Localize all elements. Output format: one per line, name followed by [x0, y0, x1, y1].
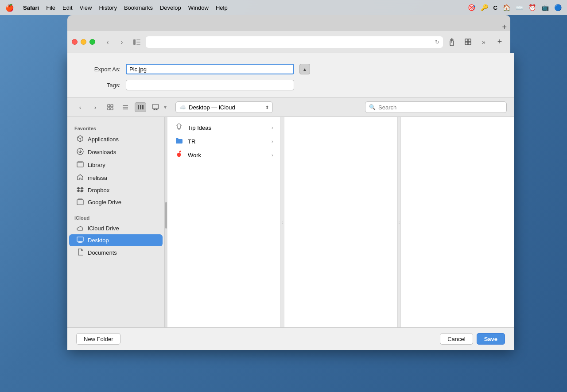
new-folder-button[interactable]: New Folder — [76, 333, 120, 345]
sidebar-scrollbar-thumb[interactable] — [165, 202, 167, 229]
gallery-view-button[interactable] — [150, 102, 161, 112]
svg-rect-27 — [77, 162, 83, 167]
svg-rect-18 — [142, 105, 144, 109]
downloads-icon — [76, 148, 84, 156]
column-divider-2[interactable]: ⋮ — [397, 117, 401, 327]
keyboard-icon[interactable]: ⌨️ — [516, 4, 523, 11]
save-button[interactable]: Save — [477, 333, 505, 345]
cancel-button[interactable]: Cancel — [440, 333, 473, 345]
cloud-icon: ☁️ — [179, 104, 186, 110]
sidebar-toggle[interactable] — [131, 37, 143, 47]
column-divider-1[interactable]: ⋮ — [281, 117, 284, 327]
documents-label: Documents — [88, 249, 117, 256]
tab-overview-button[interactable] — [462, 37, 474, 47]
back-nav-button[interactable]: ‹ — [74, 102, 86, 112]
fullscreen-button[interactable] — [89, 39, 95, 45]
forward-button[interactable]: › — [116, 37, 128, 47]
search-input[interactable] — [378, 104, 503, 111]
menubar-history[interactable]: History — [99, 4, 117, 11]
dropbox-icon[interactable]: 🎯 — [468, 4, 475, 11]
svg-rect-17 — [140, 105, 141, 109]
url-input[interactable] — [146, 36, 443, 48]
apple-logo[interactable]: 🍎 — [5, 4, 14, 12]
column-view-button[interactable] — [135, 102, 146, 112]
minimize-button[interactable] — [81, 39, 86, 45]
share-button[interactable] — [446, 37, 458, 47]
menubar-status-icons: 🎯 🔑 C 🏠 ⌨️ ⏰ 📺 🔵 — [468, 4, 562, 11]
svg-rect-28 — [78, 161, 82, 162]
sidebar-item-icloud-drive[interactable]: iCloud Drive — [69, 222, 163, 234]
file-panel-3 — [401, 117, 514, 327]
sidebar-item-applications[interactable]: Applications — [69, 133, 163, 146]
svg-rect-19 — [152, 105, 159, 109]
view-options-chevron[interactable]: ▾ — [164, 104, 167, 110]
expand-button[interactable]: ▲ — [299, 64, 310, 74]
svg-rect-9 — [108, 105, 110, 107]
svg-rect-1 — [136, 39, 140, 40]
extensions-button[interactable]: » — [478, 37, 490, 47]
menubar-window[interactable]: Window — [188, 4, 209, 11]
location-picker[interactable]: ☁️ Desktop — iCloud ⬍ — [175, 101, 273, 113]
menubar-bookmarks[interactable]: Bookmarks — [124, 4, 153, 11]
file-item-work[interactable]: Work › — [167, 148, 280, 162]
time-machine-icon[interactable]: ⏰ — [528, 4, 536, 11]
back-button[interactable]: ‹ — [101, 37, 114, 47]
svg-rect-0 — [133, 39, 136, 45]
dropbox-folder-icon — [76, 186, 84, 194]
location-label: Desktop — iCloud — [189, 104, 235, 111]
icloud-header: iCloud — [67, 212, 164, 222]
sidebar-item-melissa[interactable]: melissa — [69, 171, 163, 184]
downloads-label: Downloads — [88, 149, 116, 155]
svg-rect-7 — [465, 42, 468, 45]
svg-line-24 — [80, 137, 83, 139]
sidebar-item-documents[interactable]: Documents — [69, 246, 163, 259]
sidebar-item-desktop[interactable]: Desktop — [69, 234, 163, 246]
desktop-label: Desktop — [88, 237, 109, 244]
list-view-button[interactable] — [120, 102, 131, 112]
sidebar-scrollbar[interactable] — [165, 117, 167, 327]
sidebar-item-dropbox[interactable]: Dropbox — [69, 184, 163, 196]
menubar-file[interactable]: File — [46, 4, 55, 11]
icon-view-button[interactable] — [105, 102, 116, 112]
forward-nav-button[interactable]: › — [89, 102, 101, 112]
export-input[interactable] — [126, 64, 294, 74]
icloud-drive-icon — [76, 225, 84, 232]
desktop-icon — [76, 237, 84, 244]
sidebar-item-library[interactable]: Library — [69, 159, 163, 171]
tr-folder-icon — [175, 137, 183, 145]
new-tab-btn[interactable]: + — [502, 23, 507, 31]
svg-line-23 — [78, 137, 80, 139]
menubar-help[interactable]: Help — [216, 4, 228, 11]
menubar-view[interactable]: View — [80, 4, 92, 11]
googledrive-icon — [76, 198, 84, 206]
tip-ideas-name: Tip Ideas — [188, 124, 267, 131]
new-tab-toolbar-button[interactable]: + — [493, 37, 506, 47]
file-item-tr[interactable]: TR › — [167, 135, 280, 148]
tr-name: TR — [188, 138, 267, 145]
sidebar: Favorites Applications — [67, 117, 165, 327]
close-button[interactable] — [72, 39, 78, 45]
1password-icon[interactable]: 🔑 — [481, 4, 488, 11]
menubar-edit[interactable]: Edit — [62, 4, 72, 11]
sidebar-item-downloads[interactable]: Downloads — [69, 146, 163, 159]
svg-rect-29 — [77, 200, 83, 205]
tip-ideas-icon — [175, 123, 183, 132]
svg-rect-16 — [138, 105, 139, 109]
svg-rect-2 — [136, 42, 140, 43]
tags-input[interactable] — [126, 80, 294, 90]
bluetooth-icon[interactable]: 🔵 — [554, 4, 562, 11]
sidebar-item-googledrive[interactable]: Google Drive — [69, 196, 163, 208]
c-icon[interactable]: C — [493, 4, 497, 11]
menubar-develop[interactable]: Develop — [160, 4, 181, 11]
dialog-header: Export As: ▲ Tags: — [67, 53, 514, 97]
reload-button[interactable]: ↻ — [435, 39, 439, 45]
svg-rect-31 — [77, 237, 83, 241]
home-icon[interactable]: 🏠 — [503, 4, 510, 11]
menubar-safari[interactable]: Safari — [23, 4, 39, 11]
documents-icon — [76, 248, 84, 257]
airplay-icon[interactable]: 📺 — [541, 4, 549, 11]
tags-label: Tags: — [85, 82, 120, 89]
search-box[interactable]: 🔍 — [365, 101, 507, 113]
sidebar-divider — [67, 208, 164, 212]
file-item-tip-ideas[interactable]: Tip Ideas › — [167, 120, 280, 135]
